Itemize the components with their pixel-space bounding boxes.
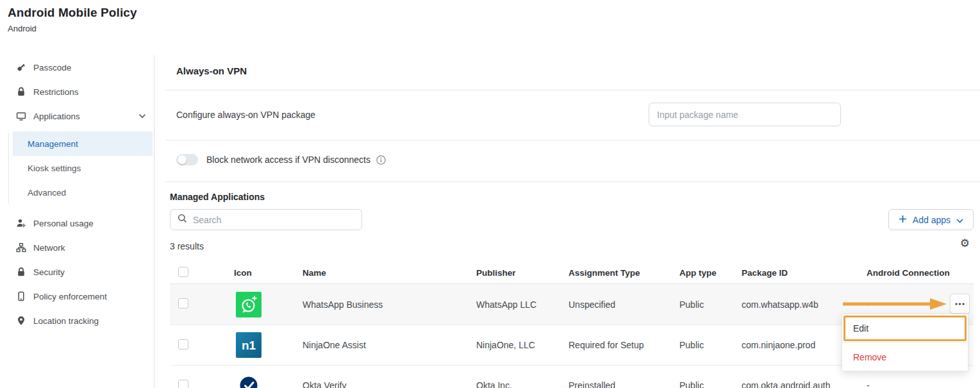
monitor-icon	[16, 111, 26, 121]
add-apps-label: Add apps	[913, 215, 951, 225]
plus-icon	[899, 215, 907, 225]
block-network-toggle[interactable]	[176, 154, 198, 165]
table-settings-gear-icon[interactable]: ⚙	[960, 238, 970, 249]
location-pin-icon	[16, 316, 26, 326]
main-content: Always-on VPN Configure always-on VPN pa…	[154, 55, 980, 388]
vpn-section-heading: Always-on VPN	[176, 65, 247, 76]
sidebar-item-passcode[interactable]: Passcode	[0, 55, 154, 80]
remove-label: Remove	[853, 352, 886, 362]
info-icon[interactable]	[376, 155, 386, 165]
vpn-package-input[interactable]	[649, 103, 841, 126]
vpn-package-label: Configure always-on VPN package	[176, 110, 315, 120]
managed-apps-heading: Managed Applications	[170, 192, 265, 202]
sidebar-item-label: Management	[28, 139, 78, 149]
whatsapp-business-app-icon	[236, 292, 262, 317]
vpn-toggle-label: Block network access if VPN disconnects	[206, 155, 370, 165]
divider	[165, 90, 980, 90]
page-subtitle: Android	[8, 24, 37, 33]
smartphone-icon	[16, 291, 26, 301]
okta-verify-app-icon	[236, 373, 262, 388]
lock-icon	[16, 87, 26, 97]
row-checkbox[interactable]	[178, 339, 188, 350]
row-checkbox[interactable]	[178, 298, 188, 308]
sidebar-item-restrictions[interactable]: Restrictions	[0, 80, 154, 104]
cell-app-type: Public	[679, 340, 742, 350]
vpn-toggle-row: Block network access if VPN disconnects	[176, 148, 386, 171]
cell-package-id: com.okta.android.auth	[742, 380, 867, 388]
app-canvas: Android Mobile Policy Android Passcode R…	[0, 0, 980, 388]
sidebar-item-label: Personal usage	[33, 219, 94, 228]
page-title: Android Mobile Policy	[8, 6, 137, 20]
search-icon	[178, 214, 187, 226]
cell-android-connection: -	[867, 380, 974, 388]
chevron-down-icon	[956, 215, 963, 225]
policy-sidebar: Passcode Restrictions Applications Manag…	[0, 55, 154, 388]
sidebar-item-label: Applications	[33, 112, 80, 121]
lock-icon	[16, 267, 26, 277]
sidebar-item-management[interactable]: Management	[13, 131, 153, 156]
column-header-assignment-type: Assignment Type	[569, 268, 679, 278]
applications-submenu: Management Kiosk settings Advanced	[0, 131, 154, 205]
column-header-app-type: App type	[679, 268, 742, 278]
select-all-checkbox[interactable]	[178, 267, 188, 277]
divider	[165, 181, 980, 182]
edit-label: Edit	[853, 323, 868, 333]
chevron-down-icon	[138, 114, 146, 119]
cell-name: NinjaOne Assist	[303, 340, 476, 350]
sidebar-item-security[interactable]: Security	[0, 260, 154, 284]
add-apps-button[interactable]: Add apps	[888, 209, 974, 230]
cell-app-type: Public	[679, 380, 742, 388]
sidebar-item-network[interactable]: Network	[0, 235, 154, 260]
column-header-icon: Icon	[234, 268, 303, 278]
menu-item-edit[interactable]: Edit	[842, 314, 968, 342]
column-header-android-connection: Android Connection	[867, 268, 974, 278]
ellipsis-icon	[955, 303, 965, 305]
toggle-knob	[178, 155, 187, 164]
column-header-package-id: Package ID	[742, 268, 867, 278]
svg-text:n1: n1	[242, 339, 256, 352]
sidebar-item-label: Advanced	[28, 188, 66, 198]
column-header-name: Name	[303, 268, 476, 278]
apps-search-box	[170, 209, 362, 230]
ninjaone-app-icon: n1	[236, 332, 262, 358]
cell-name: Okta Verify	[303, 380, 476, 388]
sidebar-item-kiosk-settings[interactable]: Kiosk settings	[13, 156, 153, 180]
key-icon	[16, 62, 26, 72]
table-header-row: Icon Name Publisher Assignment Type App …	[170, 262, 974, 284]
cell-name: WhatsApp Business	[303, 299, 476, 310]
sidebar-item-label: Security	[33, 267, 65, 277]
sidebar-item-applications[interactable]: Applications	[0, 104, 154, 128]
cell-app-type: Public	[679, 299, 742, 310]
cell-package-id: com.whatsapp.w4b	[742, 299, 867, 310]
sidebar-item-label: Kiosk settings	[28, 164, 81, 173]
sidebar-item-label: Network	[33, 243, 65, 253]
sidebar-item-label: Restrictions	[33, 87, 79, 97]
row-context-menu: Edit Remove	[842, 314, 968, 371]
apps-search-input[interactable]	[193, 215, 354, 225]
cell-publisher: NinjaOne, LLC	[476, 340, 569, 350]
cell-assignment-type: Required for Setup	[569, 340, 679, 350]
cell-assignment-type: Unspecified	[569, 299, 679, 310]
network-icon	[16, 242, 26, 253]
results-count: 3 results	[170, 241, 204, 251]
sidebar-item-label: Passcode	[33, 63, 71, 72]
sidebar-item-location-tracking[interactable]: Location tracking	[0, 308, 154, 333]
person-gear-icon	[16, 218, 26, 228]
row-checkbox[interactable]	[178, 380, 188, 388]
page-header: Android Mobile Policy Android	[0, 0, 980, 55]
row-actions-button[interactable]	[950, 294, 970, 314]
sidebar-item-advanced[interactable]: Advanced	[13, 180, 153, 205]
column-header-publisher: Publisher	[476, 268, 569, 278]
cell-publisher: WhatsApp LLC	[476, 299, 569, 310]
sidebar-item-personal-usage[interactable]: Personal usage	[0, 211, 154, 235]
sidebar-item-label: Policy enforcement	[33, 292, 107, 301]
sidebar-item-label: Location tracking	[33, 316, 99, 326]
menu-item-remove[interactable]: Remove	[842, 342, 968, 371]
cell-assignment-type: Preinstalled	[569, 380, 679, 388]
cell-publisher: Okta Inc.	[476, 380, 569, 388]
sidebar-item-policy-enforcement[interactable]: Policy enforcement	[0, 284, 154, 308]
divider	[165, 140, 980, 140]
